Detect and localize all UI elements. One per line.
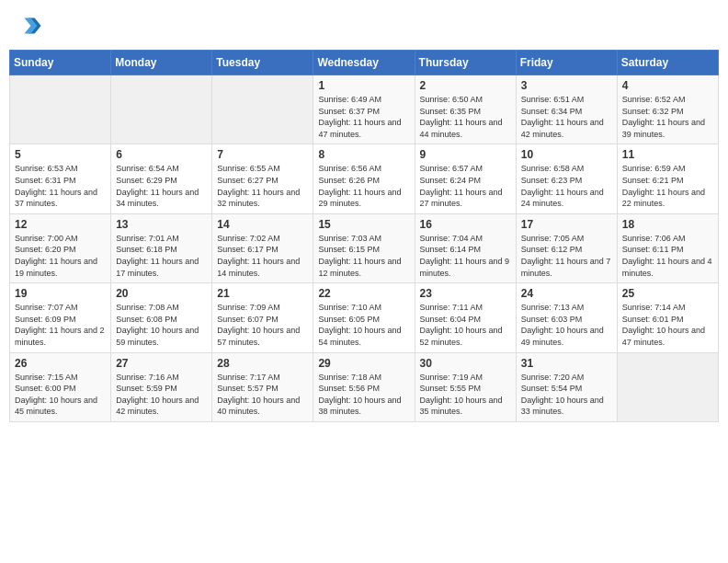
calendar-day-cell: 31Sunrise: 7:20 AM Sunset: 5:54 PM Dayli… xyxy=(516,352,617,421)
calendar-day-header: Tuesday xyxy=(212,51,313,75)
day-number: 27 xyxy=(116,357,207,370)
calendar-day-cell: 14Sunrise: 7:02 AM Sunset: 6:17 PM Dayli… xyxy=(212,213,313,282)
day-info: Sunrise: 6:53 AM Sunset: 6:31 PM Dayligh… xyxy=(15,163,106,209)
day-number: 8 xyxy=(318,148,409,161)
calendar-day-cell xyxy=(10,75,111,144)
day-number: 14 xyxy=(217,218,308,231)
day-info: Sunrise: 6:50 AM Sunset: 6:35 PM Dayligh… xyxy=(420,94,511,140)
day-number: 28 xyxy=(217,357,308,370)
calendar-day-cell: 17Sunrise: 7:05 AM Sunset: 6:12 PM Dayli… xyxy=(516,213,617,282)
calendar-day-header: Wednesday xyxy=(313,51,415,75)
day-number: 26 xyxy=(15,357,106,370)
calendar-day-header: Friday xyxy=(516,51,617,75)
day-info: Sunrise: 7:02 AM Sunset: 6:17 PM Dayligh… xyxy=(217,233,308,279)
day-number: 18 xyxy=(622,218,713,231)
day-number: 2 xyxy=(420,79,511,92)
day-info: Sunrise: 7:09 AM Sunset: 6:07 PM Dayligh… xyxy=(217,302,308,348)
day-number: 19 xyxy=(15,287,106,300)
calendar-day-cell: 24Sunrise: 7:13 AM Sunset: 6:03 PM Dayli… xyxy=(516,283,617,352)
day-info: Sunrise: 6:57 AM Sunset: 6:24 PM Dayligh… xyxy=(420,163,511,209)
calendar-day-header: Sunday xyxy=(10,51,111,75)
day-number: 5 xyxy=(15,148,106,161)
day-info: Sunrise: 7:08 AM Sunset: 6:08 PM Dayligh… xyxy=(116,302,207,348)
calendar-week-row: 12Sunrise: 7:00 AM Sunset: 6:20 PM Dayli… xyxy=(10,213,719,282)
day-info: Sunrise: 7:00 AM Sunset: 6:20 PM Dayligh… xyxy=(15,233,106,279)
calendar-table: SundayMondayTuesdayWednesdayThursdayFrid… xyxy=(9,50,719,422)
day-info: Sunrise: 7:20 AM Sunset: 5:54 PM Dayligh… xyxy=(521,372,612,418)
day-number: 4 xyxy=(622,79,713,92)
day-info: Sunrise: 7:07 AM Sunset: 6:09 PM Dayligh… xyxy=(15,302,106,348)
day-number: 9 xyxy=(420,148,511,161)
day-info: Sunrise: 7:03 AM Sunset: 6:15 PM Dayligh… xyxy=(318,233,409,279)
day-number: 23 xyxy=(420,287,511,300)
calendar-week-row: 1Sunrise: 6:49 AM Sunset: 6:37 PM Daylig… xyxy=(10,75,719,144)
calendar-day-cell: 9Sunrise: 6:57 AM Sunset: 6:24 PM Daylig… xyxy=(415,144,516,213)
day-info: Sunrise: 7:04 AM Sunset: 6:14 PM Dayligh… xyxy=(420,233,511,279)
calendar-day-cell: 3Sunrise: 6:51 AM Sunset: 6:34 PM Daylig… xyxy=(516,75,617,144)
calendar-day-cell: 4Sunrise: 6:52 AM Sunset: 6:32 PM Daylig… xyxy=(617,75,718,144)
calendar-day-cell xyxy=(212,75,313,144)
calendar-day-cell: 8Sunrise: 6:56 AM Sunset: 6:26 PM Daylig… xyxy=(313,144,415,213)
calendar-day-cell: 7Sunrise: 6:55 AM Sunset: 6:27 PM Daylig… xyxy=(212,144,313,213)
calendar-day-cell: 12Sunrise: 7:00 AM Sunset: 6:20 PM Dayli… xyxy=(10,213,111,282)
day-number: 3 xyxy=(521,79,612,92)
calendar-day-cell xyxy=(617,352,718,421)
calendar-week-row: 26Sunrise: 7:15 AM Sunset: 6:00 PM Dayli… xyxy=(10,352,719,421)
calendar-day-cell: 2Sunrise: 6:50 AM Sunset: 6:35 PM Daylig… xyxy=(415,75,516,144)
calendar-day-cell: 20Sunrise: 7:08 AM Sunset: 6:08 PM Dayli… xyxy=(111,283,212,352)
calendar-day-cell: 23Sunrise: 7:11 AM Sunset: 6:04 PM Dayli… xyxy=(415,283,516,352)
day-info: Sunrise: 7:14 AM Sunset: 6:01 PM Dayligh… xyxy=(622,302,713,348)
calendar-day-cell: 11Sunrise: 6:59 AM Sunset: 6:21 PM Dayli… xyxy=(617,144,718,213)
calendar-day-header: Monday xyxy=(111,51,212,75)
calendar-day-cell: 28Sunrise: 7:17 AM Sunset: 5:57 PM Dayli… xyxy=(212,352,313,421)
day-info: Sunrise: 7:10 AM Sunset: 6:05 PM Dayligh… xyxy=(318,302,409,348)
day-number: 21 xyxy=(217,287,308,300)
calendar-day-cell: 19Sunrise: 7:07 AM Sunset: 6:09 PM Dayli… xyxy=(10,283,111,352)
day-info: Sunrise: 7:01 AM Sunset: 6:18 PM Dayligh… xyxy=(116,233,207,279)
day-number: 17 xyxy=(521,218,612,231)
calendar-day-cell: 5Sunrise: 6:53 AM Sunset: 6:31 PM Daylig… xyxy=(10,144,111,213)
day-info: Sunrise: 6:52 AM Sunset: 6:32 PM Dayligh… xyxy=(622,94,713,140)
day-info: Sunrise: 7:11 AM Sunset: 6:04 PM Dayligh… xyxy=(420,302,511,348)
calendar-day-cell: 25Sunrise: 7:14 AM Sunset: 6:01 PM Dayli… xyxy=(617,283,718,352)
day-number: 22 xyxy=(318,287,409,300)
calendar-day-cell: 15Sunrise: 7:03 AM Sunset: 6:15 PM Dayli… xyxy=(313,213,415,282)
day-info: Sunrise: 6:54 AM Sunset: 6:29 PM Dayligh… xyxy=(116,163,207,209)
calendar-day-cell: 21Sunrise: 7:09 AM Sunset: 6:07 PM Dayli… xyxy=(212,283,313,352)
day-info: Sunrise: 7:18 AM Sunset: 5:56 PM Dayligh… xyxy=(318,372,409,418)
day-info: Sunrise: 7:05 AM Sunset: 6:12 PM Dayligh… xyxy=(521,233,612,279)
calendar-day-cell: 22Sunrise: 7:10 AM Sunset: 6:05 PM Dayli… xyxy=(313,283,415,352)
day-number: 20 xyxy=(116,287,207,300)
day-number: 6 xyxy=(116,148,207,161)
day-info: Sunrise: 7:06 AM Sunset: 6:11 PM Dayligh… xyxy=(622,233,713,279)
logo-icon xyxy=(17,13,42,39)
calendar-day-cell: 1Sunrise: 6:49 AM Sunset: 6:37 PM Daylig… xyxy=(313,75,415,144)
day-info: Sunrise: 7:19 AM Sunset: 5:55 PM Dayligh… xyxy=(420,372,511,418)
calendar-day-cell: 10Sunrise: 6:58 AM Sunset: 6:23 PM Dayli… xyxy=(516,144,617,213)
day-info: Sunrise: 6:58 AM Sunset: 6:23 PM Dayligh… xyxy=(521,163,612,209)
day-info: Sunrise: 7:16 AM Sunset: 5:59 PM Dayligh… xyxy=(116,372,207,418)
calendar-day-cell: 26Sunrise: 7:15 AM Sunset: 6:00 PM Dayli… xyxy=(10,352,111,421)
day-info: Sunrise: 6:55 AM Sunset: 6:27 PM Dayligh… xyxy=(217,163,308,209)
day-number: 11 xyxy=(622,148,713,161)
day-number: 12 xyxy=(15,218,106,231)
day-info: Sunrise: 7:17 AM Sunset: 5:57 PM Dayligh… xyxy=(217,372,308,418)
day-info: Sunrise: 6:56 AM Sunset: 6:26 PM Dayligh… xyxy=(318,163,409,209)
calendar-day-cell: 27Sunrise: 7:16 AM Sunset: 5:59 PM Dayli… xyxy=(111,352,212,421)
page-header xyxy=(9,9,719,42)
logo xyxy=(17,13,46,39)
day-info: Sunrise: 7:13 AM Sunset: 6:03 PM Dayligh… xyxy=(521,302,612,348)
calendar-header-row: SundayMondayTuesdayWednesdayThursdayFrid… xyxy=(10,51,719,75)
day-number: 16 xyxy=(420,218,511,231)
calendar-day-header: Saturday xyxy=(617,51,718,75)
day-info: Sunrise: 6:59 AM Sunset: 6:21 PM Dayligh… xyxy=(622,163,713,209)
day-number: 24 xyxy=(521,287,612,300)
day-number: 15 xyxy=(318,218,409,231)
calendar-day-cell xyxy=(111,75,212,144)
day-info: Sunrise: 6:51 AM Sunset: 6:34 PM Dayligh… xyxy=(521,94,612,140)
calendar-day-cell: 18Sunrise: 7:06 AM Sunset: 6:11 PM Dayli… xyxy=(617,213,718,282)
calendar-day-cell: 30Sunrise: 7:19 AM Sunset: 5:55 PM Dayli… xyxy=(415,352,516,421)
day-info: Sunrise: 7:15 AM Sunset: 6:00 PM Dayligh… xyxy=(15,372,106,418)
calendar-day-cell: 16Sunrise: 7:04 AM Sunset: 6:14 PM Dayli… xyxy=(415,213,516,282)
day-number: 29 xyxy=(318,357,409,370)
